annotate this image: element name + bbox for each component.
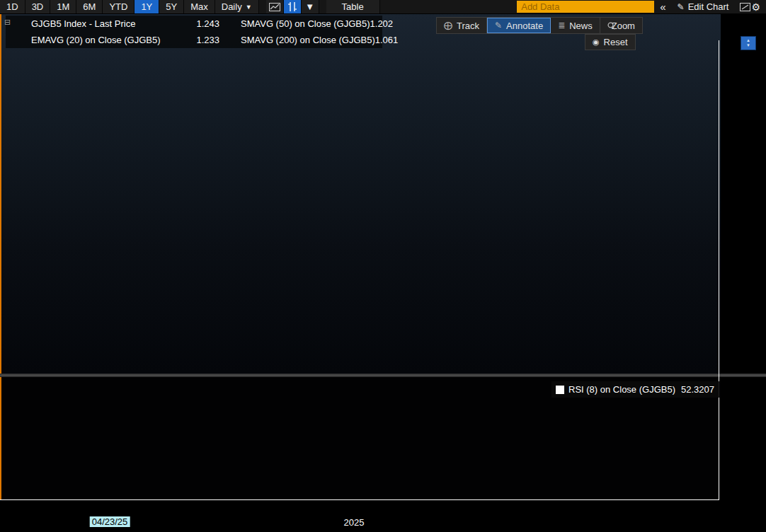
legend-label: GJGB5 Index - Last Price bbox=[31, 18, 196, 29]
period-dropdown[interactable]: Daily ▼ bbox=[215, 0, 259, 13]
annotate-label: Annotate bbox=[506, 21, 543, 31]
axis-year-label: 2025 bbox=[344, 517, 365, 528]
gear-icon: ⚙ bbox=[751, 1, 760, 13]
news-label: News bbox=[569, 21, 593, 31]
track-button[interactable]: ⨁ Track bbox=[437, 18, 487, 33]
period-label: Daily bbox=[222, 1, 242, 12]
spinner-up-icon[interactable]: ▲ bbox=[746, 38, 750, 43]
collapse-panel-button[interactable]: « bbox=[654, 0, 671, 13]
legend-swatch bbox=[556, 386, 564, 394]
axis-scale-spinner[interactable]: ▲ ▼ bbox=[741, 36, 756, 50]
legend-item-smavg200[interactable]: SMAVG (200) on Close (GJGB5) 1.061 bbox=[227, 32, 385, 48]
time-axis-line bbox=[0, 499, 719, 500]
range-button-3d[interactable]: 3D bbox=[25, 0, 51, 13]
news-button[interactable]: ≣ News bbox=[551, 18, 600, 33]
crosshair-icon: ⨁ bbox=[444, 21, 452, 30]
range-button-5y[interactable]: 5Y bbox=[159, 0, 184, 13]
legend-swatch bbox=[228, 36, 236, 45]
legend-label: SMAVG (50) on Close (GJGB5) bbox=[241, 18, 370, 29]
legend-value: 1.243 bbox=[196, 18, 219, 29]
line-chart-icon bbox=[269, 3, 280, 11]
rsi-legend-value: 52.3207 bbox=[681, 384, 714, 395]
pencil-icon: ✎ bbox=[678, 2, 685, 12]
chart-settings-shortcut-button[interactable] bbox=[734, 0, 745, 13]
legend-swatch bbox=[18, 20, 27, 28]
legend-value: 1.061 bbox=[375, 35, 399, 45]
legend-label: EMAVG (20) on Close (GJGB5) bbox=[31, 35, 196, 45]
table-button[interactable]: Table bbox=[326, 0, 380, 13]
zoom-button[interactable]: Zoom bbox=[600, 18, 642, 33]
chart-tools-bar: ⨁ Track ✎ Annotate ≣ News Zoom bbox=[436, 17, 643, 34]
top-toolbar: 1D 3D 1M 6M YTD 1Y 5Y Max Daily ▼ bbox=[0, 0, 766, 14]
candle-chart-type-button[interactable] bbox=[284, 0, 302, 13]
chart-type-more-dropdown[interactable]: ▼ bbox=[302, 0, 319, 13]
range-button-1y-selected[interactable]: 1Y bbox=[135, 0, 159, 13]
main-chart-legend: ⊟ GJGB5 Index - Last Price 1.243 EMAVG (… bbox=[6, 16, 382, 48]
news-list-icon: ≣ bbox=[558, 21, 565, 30]
legend-item-emavg20[interactable]: EMAVG (20) on Close (GJGB5) 1.233 bbox=[8, 32, 227, 48]
rsi-legend[interactable]: RSI (8) on Close (GJGB5) 52.3207 bbox=[551, 381, 719, 398]
legend-item-last-price[interactable]: GJGB5 Index - Last Price 1.243 bbox=[8, 16, 227, 32]
range-button-1d[interactable]: 1D bbox=[0, 0, 25, 13]
chart-edit-icon bbox=[740, 3, 750, 11]
range-button-ytd[interactable]: YTD bbox=[103, 0, 135, 13]
line-chart-type-button[interactable] bbox=[266, 0, 284, 13]
legend-value: 1.202 bbox=[370, 18, 394, 29]
edit-chart-label: Edit Chart bbox=[688, 1, 729, 12]
price-axis-line bbox=[719, 40, 719, 499]
range-button-max[interactable]: Max bbox=[184, 0, 215, 13]
reset-label: Reset bbox=[604, 37, 628, 47]
chevron-down-icon: ▼ bbox=[305, 1, 314, 12]
track-label: Track bbox=[457, 21, 479, 31]
range-button-6m[interactable]: 6M bbox=[76, 0, 103, 13]
legend-swatch bbox=[18, 36, 27, 45]
legend-collapse-icon[interactable]: ⊟ bbox=[4, 18, 11, 27]
legend-swatch bbox=[228, 20, 236, 28]
reset-icon: ◉ bbox=[593, 37, 600, 47]
legend-label: SMAVG (200) on Close (GJGB5) bbox=[241, 35, 375, 45]
main-chart-canvas[interactable] bbox=[0, 13, 719, 374]
add-data-input[interactable] bbox=[517, 1, 654, 13]
legend-item-smavg50[interactable]: SMAVG (50) on Close (GJGB5) 1.202 bbox=[227, 16, 385, 32]
candlestick-icon bbox=[287, 2, 297, 11]
annotation-date-flag[interactable]: 04/23/25 bbox=[90, 516, 130, 527]
edit-chart-button[interactable]: ✎ Edit Chart bbox=[672, 0, 735, 13]
spinner-down-icon[interactable]: ▼ bbox=[746, 43, 750, 48]
rsi-legend-label: RSI (8) on Close (GJGB5) bbox=[568, 384, 675, 395]
legend-value: 1.233 bbox=[196, 35, 219, 45]
annotate-pencil-icon: ✎ bbox=[495, 21, 502, 30]
chart-application: 1D 3D 1M 6M YTD 1Y 5Y Max Daily ▼ bbox=[0, 0, 766, 532]
panel-divider-handle[interactable] bbox=[0, 374, 766, 377]
range-button-1m[interactable]: 1M bbox=[50, 0, 76, 13]
annotate-button[interactable]: ✎ Annotate bbox=[487, 18, 551, 33]
reset-button[interactable]: ◉ Reset bbox=[585, 34, 636, 50]
chevron-down-icon: ▼ bbox=[246, 4, 252, 11]
